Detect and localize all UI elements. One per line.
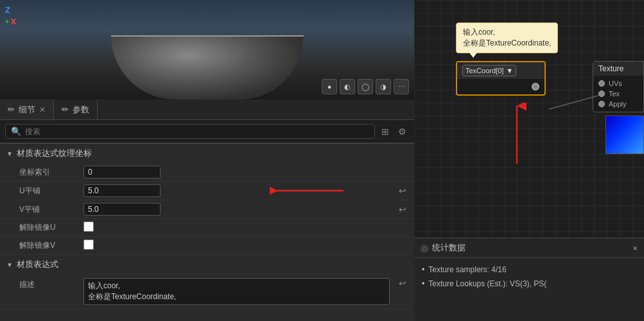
params-tab-icon: ✏ bbox=[62, 105, 69, 114]
unmirror-v-row: 解除镜像V bbox=[0, 237, 414, 255]
vp-btn-3[interactable]: ◯ bbox=[358, 79, 373, 94]
tab-details[interactable]: ✏ 细节 ✕ bbox=[0, 100, 54, 119]
viewport-axes: Z + X bbox=[5, 5, 16, 26]
desc-value-wrap: 输入coor, 全称是TextureCoordinate, ↩ bbox=[83, 278, 406, 305]
tex-port-row: Tex bbox=[598, 89, 638, 99]
node-graph[interactable]: 输入coor, 全称是TextureCoordinate, TexCoord[0… bbox=[414, 0, 644, 238]
cross-icon: + bbox=[5, 17, 9, 25]
right-panel: 输入coor, 全称是TextureCoordinate, TexCoord[0… bbox=[414, 0, 644, 321]
uvs-port-label: UVs bbox=[609, 80, 622, 87]
unmirror-v-label: 解除镜像V bbox=[19, 240, 83, 251]
u-tile-row: U平铺 ↩ bbox=[0, 182, 414, 200]
expr-section-header[interactable]: ▼ 材质表达式 bbox=[0, 255, 414, 274]
search-bar: 🔍 ⊞ ⚙ bbox=[0, 120, 414, 143]
unmirror-v-checkbox[interactable] bbox=[83, 239, 94, 250]
details-tab-label: 细节 bbox=[19, 104, 35, 116]
texcoord-node-body bbox=[457, 79, 544, 94]
vp-btn-5[interactable]: ⋯ bbox=[394, 79, 409, 94]
u-tile-input[interactable] bbox=[83, 184, 161, 197]
u-tile-reset-icon[interactable]: ↩ bbox=[399, 186, 406, 196]
coord-index-input[interactable] bbox=[83, 166, 161, 178]
stats-icon: ◎ bbox=[421, 243, 428, 253]
stats-content: • Texture samplers: 4/16 • Texture Looku… bbox=[414, 258, 644, 296]
apply-port-dot bbox=[598, 101, 605, 107]
dropdown-arrow-icon: ▼ bbox=[506, 67, 513, 74]
texture-node-ports: UVs Tex Apply bbox=[593, 76, 643, 112]
coord-index-value bbox=[83, 166, 406, 178]
desc-text: 输入coor, 全称是TextureCoordinate, bbox=[83, 278, 390, 305]
tooltip-text: 输入coor, 全称是TextureCoordinate, bbox=[463, 28, 551, 48]
vp-btn-1[interactable]: ● bbox=[322, 79, 337, 94]
search-input[interactable] bbox=[25, 127, 369, 136]
stats-item-1: • Texture samplers: 4/16 bbox=[422, 263, 636, 277]
v-tile-value bbox=[83, 203, 394, 216]
bullet-1: • bbox=[422, 263, 424, 277]
stats-header: ◎ 统计数据 × bbox=[414, 238, 644, 258]
desc-reset-icon[interactable]: ↩ bbox=[399, 278, 406, 288]
stats-line2: Texture Lookups (Est.): VS(3), PS( bbox=[428, 277, 546, 291]
uvs-port-row: UVs bbox=[598, 78, 638, 89]
coord-index-label: 坐标索引 bbox=[19, 167, 83, 178]
tab-params[interactable]: ✏ 参数 bbox=[54, 100, 98, 119]
desc-label: 描述 bbox=[19, 278, 83, 290]
texcoord-output-port[interactable] bbox=[532, 83, 539, 91]
search-input-wrap: 🔍 bbox=[5, 124, 375, 139]
main-layout: Z + X ● ◐ ◯ ◑ ⋯ ✏ 细节 ✕ ✏ bbox=[0, 0, 644, 321]
properties-panel: ▼ 材质表达式纹理坐标 坐标索引 U平铺 ↩ bbox=[0, 143, 414, 321]
details-close-icon[interactable]: ✕ bbox=[39, 105, 46, 114]
v-tile-label: V平铺 bbox=[19, 204, 83, 215]
tex-port-dot bbox=[598, 91, 605, 97]
section-arrow-icon: ▼ bbox=[6, 150, 13, 157]
coord-section-label: 材质表达式纹理坐标 bbox=[17, 148, 92, 159]
texture-node[interactable]: Texture UVs Tex Apply bbox=[593, 61, 644, 112]
tex-port-label: Tex bbox=[609, 90, 620, 98]
texture-node-header: Texture bbox=[593, 62, 643, 76]
v-tile-row: V平铺 ↩ bbox=[0, 200, 414, 219]
v-tile-input[interactable] bbox=[83, 203, 161, 216]
apply-port-label: Apply bbox=[609, 100, 627, 108]
stats-line1: Texture samplers: 4/16 bbox=[428, 263, 506, 277]
stats-item-2: • Texture Lookups (Est.): VS(3), PS( bbox=[422, 277, 636, 291]
unmirror-u-value bbox=[83, 221, 406, 234]
unmirror-u-label: 解除镜像U bbox=[19, 222, 83, 233]
unmirror-u-row: 解除镜像U bbox=[0, 219, 414, 237]
stats-panel: ◎ 统计数据 × • Texture samplers: 4/16 • Text… bbox=[414, 238, 644, 321]
texcoord-dropdown[interactable]: TexCoord[0] ▼ bbox=[462, 65, 516, 76]
coord-index-row: 坐标索引 bbox=[0, 163, 414, 182]
tooltip-bubble: 输入coor, 全称是TextureCoordinate, bbox=[456, 22, 558, 53]
unmirror-u-checkbox[interactable] bbox=[83, 221, 94, 232]
viewport-toolbar: ● ◐ ◯ ◑ ⋯ bbox=[322, 79, 409, 94]
vp-btn-2[interactable]: ◐ bbox=[340, 79, 355, 94]
expr-section-arrow-icon: ▼ bbox=[6, 261, 13, 268]
coord-section-header[interactable]: ▼ 材质表达式纹理坐标 bbox=[0, 144, 414, 163]
apply-port-row: Apply bbox=[598, 99, 638, 109]
search-icons: ⊞ ⚙ bbox=[379, 125, 409, 138]
u-tile-value bbox=[83, 184, 394, 197]
details-tab-icon: ✏ bbox=[8, 105, 15, 114]
params-tab-label: 参数 bbox=[73, 104, 89, 116]
red-arrow-v bbox=[507, 103, 527, 167]
texture-thumbnail bbox=[605, 116, 644, 154]
bullet-2: • bbox=[422, 277, 424, 291]
panel-tabs: ✏ 细节 ✕ ✏ 参数 bbox=[0, 100, 414, 120]
x-axis-label: X bbox=[10, 17, 16, 26]
texcoord-node-header: TexCoord[0] ▼ bbox=[457, 62, 544, 79]
search-icon: 🔍 bbox=[11, 126, 21, 136]
vp-btn-4[interactable]: ◑ bbox=[376, 79, 391, 94]
stats-close-icon[interactable]: × bbox=[632, 243, 638, 253]
grid-icon[interactable]: ⊞ bbox=[379, 125, 392, 138]
stats-title: 统计数据 bbox=[432, 242, 466, 254]
texcoord-node[interactable]: TexCoord[0] ▼ bbox=[456, 61, 546, 96]
z-axis-label: Z bbox=[5, 5, 16, 15]
left-panel: Z + X ● ◐ ◯ ◑ ⋯ ✏ 细节 ✕ ✏ bbox=[0, 0, 414, 321]
texture-node-label: Texture bbox=[598, 64, 623, 73]
v-tile-reset-icon[interactable]: ↩ bbox=[399, 204, 406, 214]
texcoord-dropdown-label: TexCoord[0] bbox=[466, 67, 503, 74]
bowl-shape bbox=[111, 35, 304, 100]
desc-row: 描述 输入coor, 全称是TextureCoordinate, ↩ bbox=[0, 274, 414, 309]
unmirror-v-value bbox=[83, 239, 406, 252]
uvs-port-dot bbox=[598, 80, 605, 87]
settings-icon[interactable]: ⚙ bbox=[396, 125, 409, 138]
u-tile-label: U平铺 bbox=[19, 186, 83, 196]
expr-section-label: 材质表达式 bbox=[17, 259, 58, 270]
